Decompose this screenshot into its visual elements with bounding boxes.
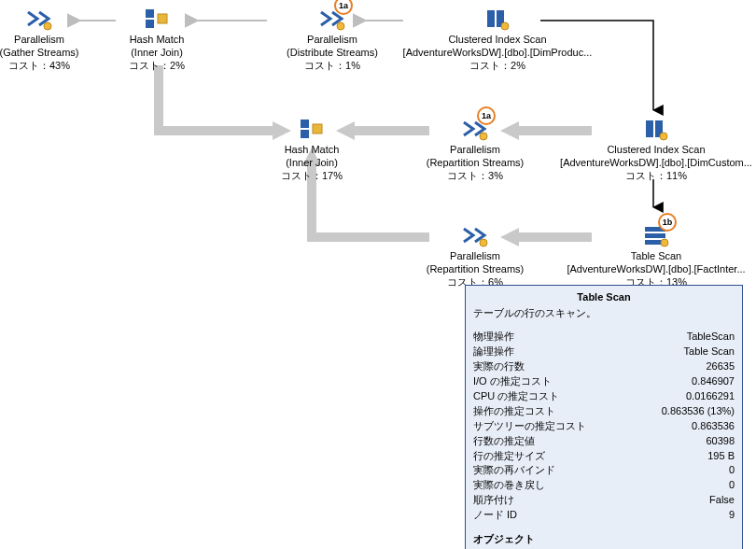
tooltip-row: 行数の推定値60398 [473, 434, 735, 449]
node-title: Parallelism [396, 144, 554, 157]
node-sub: (Gather Streams) [0, 47, 105, 60]
hash-match-icon [142, 6, 172, 32]
tooltip-row: 論理操作Table Scan [473, 345, 735, 359]
clustered-index-scan-icon [641, 116, 671, 142]
svg-rect-18 [487, 10, 495, 27]
tooltip-row-key: ノード ID [473, 508, 517, 523]
tooltip-row-value: False [709, 493, 735, 508]
node-cost: コスト：2% [91, 60, 222, 73]
tooltip-row-value: 0.0166291 [686, 389, 735, 404]
tooltip-row: 実際の行数26635 [473, 359, 735, 374]
parallelism-icon: 1a [460, 116, 490, 142]
tooltip-row-key: 操作の推定コスト [473, 404, 555, 419]
node-clustered-scan-dimcustomer[interactable]: Clustered Index Scan [AdventureWorksDW].… [549, 116, 756, 182]
tooltip-row-value: 0.846907 [692, 374, 735, 389]
badge-1a: 1a [477, 106, 496, 125]
tooltip-table-scan: Table Scan テーブルの行のスキャン。 物理操作TableScan論理操… [465, 285, 743, 549]
node-sub: (Inner Join) [91, 47, 222, 60]
tooltip-row: 実際の再バインド0 [473, 463, 735, 478]
tooltip-row-key: CPU の推定コスト [473, 389, 559, 404]
node-title: Hash Match [91, 34, 222, 47]
node-sub: (Repartition Streams) [396, 263, 554, 276]
svg-rect-22 [301, 130, 309, 138]
tooltip-row: サブツリーの推定コスト0.863536 [473, 419, 735, 434]
tooltip-desc: テーブルの行のスキャン。 [473, 306, 735, 320]
node-title: Hash Match [246, 144, 377, 157]
node-table-scan[interactable]: 1b Table Scan [AdventureWorksDW].[dbo].[… [549, 222, 756, 289]
tooltip-title: Table Scan [473, 291, 735, 303]
svg-point-13 [44, 22, 51, 30]
node-parallelism-distribute[interactable]: 1a Parallelism (Distribute Streams) コスト：… [258, 6, 407, 72]
tooltip-row-key: 実際の行数 [473, 359, 525, 374]
node-cost: コスト：43% [0, 60, 105, 73]
table-scan-icon: 1b [641, 222, 671, 248]
node-parallelism-repartition-2[interactable]: Parallelism (Repartition Streams) コスト：6% [396, 222, 554, 289]
node-title: Parallelism [258, 34, 407, 47]
node-sub: [AdventureWorksDW].[dbo].[DimProduc... [390, 47, 605, 60]
node-sub: [AdventureWorksDW].[dbo].[FactInter... [549, 263, 756, 276]
tooltip-row-key: 行数の推定値 [473, 434, 535, 449]
node-title: Table Scan [549, 250, 756, 263]
node-sub: (Inner Join) [246, 157, 377, 170]
svg-rect-14 [146, 9, 154, 18]
node-title: Clustered Index Scan [549, 144, 756, 157]
tooltip-row-key: サブツリーの推定コスト [473, 419, 586, 434]
tooltip-row-key: 論理操作 [473, 345, 514, 359]
node-title: Clustered Index Scan [390, 34, 605, 47]
tooltip-object-label: オブジェクト [473, 532, 735, 546]
tooltip-row-key: 実際の再バインド [473, 463, 555, 478]
svg-rect-16 [158, 14, 167, 23]
tooltip-row: 操作の推定コスト0.863536 (13%) [473, 404, 735, 419]
node-hash-match-1[interactable]: Hash Match (Inner Join) コスト：2% [91, 6, 222, 72]
node-cost: コスト：1% [258, 60, 407, 73]
tooltip-row: 物理操作TableScan [473, 330, 735, 345]
parallelism-icon [460, 222, 490, 248]
node-cost: コスト：3% [396, 170, 554, 183]
tooltip-row-value: 0 [729, 463, 735, 478]
node-parallelism-repartition-1[interactable]: 1a Parallelism (Repartition Streams) コスト… [396, 116, 554, 182]
node-sub: [AdventureWorksDW].[dbo].[DimCustom... [549, 157, 756, 170]
tooltip-row-key: 行の推定サイズ [473, 449, 545, 464]
clustered-index-scan-icon [483, 6, 512, 32]
tooltip-row-value: 0.863536 [692, 419, 735, 434]
node-cost: コスト：2% [390, 60, 605, 73]
tooltip-row-value: 60398 [706, 434, 735, 449]
tooltip-row-value: 195 B [707, 449, 735, 464]
tooltip-row: 行の推定サイズ195 B [473, 449, 735, 464]
tooltip-row: I/O の推定コスト0.846907 [473, 374, 735, 389]
svg-point-20 [501, 22, 509, 30]
parallelism-icon: 1a [317, 6, 347, 32]
node-title: Parallelism [0, 34, 105, 47]
node-cost: コスト：11% [549, 170, 756, 183]
parallelism-icon [24, 6, 54, 32]
tooltip-row-value: 0.863536 (13%) [662, 404, 735, 419]
node-sub: (Repartition Streams) [396, 157, 554, 170]
tooltip-row-value: 9 [729, 508, 735, 523]
svg-point-17 [337, 22, 344, 30]
svg-rect-15 [146, 20, 154, 28]
tooltip-row-key: 順序付け [473, 493, 514, 508]
tooltip-row: 順序付けFalse [473, 493, 735, 508]
svg-rect-23 [313, 124, 322, 134]
badge-1a: 1a [334, 0, 353, 15]
svg-point-32 [661, 239, 668, 246]
tooltip-row: CPU の推定コスト0.0166291 [473, 389, 735, 404]
svg-point-24 [480, 133, 487, 140]
tooltip-row-key: 物理操作 [473, 330, 514, 345]
svg-rect-30 [645, 233, 665, 238]
node-clustered-scan-dimproduct[interactable]: Clustered Index Scan [AdventureWorksDW].… [390, 6, 605, 72]
tooltip-row: ノード ID9 [473, 508, 735, 523]
node-sub: (Distribute Streams) [258, 47, 407, 60]
tooltip-row-value: Table Scan [684, 345, 735, 359]
hash-match-icon [297, 116, 327, 142]
node-hash-match-2[interactable]: Hash Match (Inner Join) コスト：17% [246, 116, 377, 182]
tooltip-row: 実際の巻き戻し0 [473, 478, 735, 493]
svg-point-27 [660, 133, 667, 140]
node-cost: コスト：17% [246, 170, 377, 183]
tooltip-row-value: 26635 [706, 359, 735, 374]
tooltip-row-key: I/O の推定コスト [473, 374, 552, 389]
tooltip-row-value: TableScan [687, 330, 735, 345]
node-title: Parallelism [396, 250, 554, 263]
tooltip-row-key: 実際の巻き戻し [473, 478, 545, 493]
node-parallelism-gather[interactable]: Parallelism (Gather Streams) コスト：43% [0, 6, 105, 72]
